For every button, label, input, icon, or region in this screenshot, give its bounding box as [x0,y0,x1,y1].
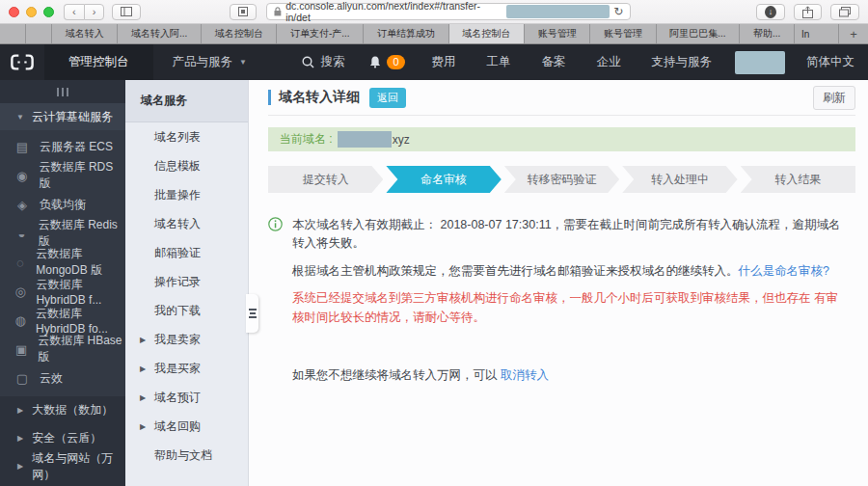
address-bar[interactable]: dc.console.aliyun.com/next/index#/transf… [266,3,631,20]
top-nav-item-1[interactable]: 工单 [472,44,527,80]
sidebar-item-7[interactable]: ▣云数据库 HBase 版 [0,335,125,364]
aliyun-logo[interactable] [0,44,44,80]
top-nav-menu: 费用工单备案企业支持与服务 [417,44,728,80]
subsidebar-item-label: 信息模板 [154,158,201,175]
screen: ‹ › dc.console.aliyun.com/next/index#/tr… [0,0,868,486]
step-2: 转移密码验证 [504,166,619,193]
console-home-link[interactable]: 管理控制台 [44,44,153,80]
sidebar-group-collapsed-0[interactable]: ▶大数据（数加） [0,396,125,424]
reload-icon[interactable]: ↻ [613,5,623,18]
deadline-notice: 本次域名转入有效期截止： 2018-08-07 17:30:11，需要在截止时间… [292,216,850,254]
browser-tab-9[interactable]: 帮助... [740,24,795,43]
top-nav-item-3[interactable]: 企业 [582,44,637,80]
browser-toolbar: ‹ › dc.console.aliyun.com/next/index#/tr… [0,0,868,24]
sidebar-item-label: 云数据库 HBase 版 [38,333,125,365]
subsidebar-item-1[interactable]: 信息模板 [125,151,248,180]
subsidebar-item-10[interactable]: ▶域名回购 [125,412,248,441]
subsidebar-item-8[interactable]: ▶我是买家 [125,354,248,383]
sidebar-item-1[interactable]: ◉云数据库 RDS 版 [0,161,125,190]
refresh-button[interactable]: 刷新 [813,86,855,110]
subsidebar-item-label: 域名转入 [154,216,201,232]
downloads-button[interactable]: ↓ [756,4,785,20]
browser-tab-stub[interactable] [0,24,26,43]
sidebar-collapse-button[interactable] [0,80,125,103]
step-1: 命名审核 [386,166,501,193]
browser-tab-8[interactable]: 阿里巴巴集... [657,24,741,43]
sidebar-item-8[interactable]: ▢云效 [0,364,125,392]
subsidebar-item-5[interactable]: 操作记录 [125,267,248,296]
url-text: dc.console.aliyun.com/next/index#/transf… [285,0,501,23]
sidebar-item-3[interactable]: ◒云数据库 Redis 版 [0,219,125,248]
main-content: 域名转入详细 返回 刷新 当前域名 : xyz 提交转入命名审核转移密码验证转入… [249,80,868,486]
products-menu[interactable]: 产品与服务 ▼ [153,44,266,80]
subsidebar-item-7[interactable]: ▶我是卖家 [125,325,248,354]
browser-tab-5[interactable]: 域名控制台 [449,24,525,43]
zoom-window-button[interactable] [43,7,54,17]
window-controls [9,7,54,17]
browser-tab-3[interactable]: 订单支付-产... [277,24,364,43]
chevron-right-icon: ▶ [140,422,146,431]
top-nav-item-0[interactable]: 费用 [417,44,472,80]
browser-tab-0[interactable]: 域名转入 [52,24,118,43]
subsidebar-item-3[interactable]: 域名转入 [125,209,248,238]
cancel-transfer-link[interactable]: 取消转入 [501,368,549,382]
share-button[interactable] [794,4,822,20]
page-header: 域名转入详细 返回 刷新 [268,80,855,116]
sidebar-item-label: 云数据库 Redis 版 [39,217,125,250]
back-button[interactable]: 返回 [369,88,406,108]
sidebar-group-collapsed-1[interactable]: ▶安全（云盾） [0,424,125,452]
sidebar-collapse-handle[interactable] [246,294,258,333]
what-is-naming-review-link[interactable]: 什么是命名审核? [739,264,829,278]
minimize-window-button[interactable] [26,7,37,17]
sidebar-toggle-button[interactable] [112,4,141,20]
subsidebar-item-label: 域名预订 [154,390,201,406]
sidebar-item-6[interactable]: ◍云数据库HybridDB fo... [0,306,125,335]
browser-tab-2[interactable]: 域名控制台 [202,24,277,43]
title-accent-bar [268,90,271,105]
cancel-notice-text: 如果您不想继续将域名转入万网，可以 [292,368,498,382]
hbase-icon: ▣ [14,342,28,357]
sidebar-group-label: 云计算基础服务 [32,109,113,125]
subsidebar-item-6[interactable]: 我的下载 [125,296,248,325]
browser-tab-stub[interactable] [26,24,52,43]
browser-tab-7[interactable]: 账号管理 [590,24,656,43]
language-selector[interactable]: 简体中文 [793,44,868,80]
forward-button[interactable]: › [84,4,105,20]
sidebar-group-collapsed-2[interactable]: ▶域名与网站（万网） [0,452,125,480]
notifications-button[interactable]: 0 [357,44,416,80]
account-name-blur[interactable] [735,51,785,74]
secondary-sidebar-items: 域名列表信息模板批量操作域名转入邮箱验证操作记录我的下载▶我是卖家▶我是买家▶域… [125,122,248,470]
subsidebar-item-4[interactable]: 邮箱验证 [125,238,248,267]
top-nav-item-4[interactable]: 支持与服务 [637,44,728,80]
search-button[interactable]: 搜索 [289,44,357,80]
mongodb-icon: ◌ [14,256,26,270]
policy-notice: 根据域名主管机构政策规定，您需要首先进行域名邮箱验证来授权域名的继续转入。什么是… [292,262,850,281]
back-button[interactable]: ‹ [64,4,84,20]
browser-tab-10[interactable]: In [795,24,839,43]
browser-tab-6[interactable]: 账号管理 [525,24,590,43]
subsidebar-item-2[interactable]: 批量操作 [125,180,248,209]
sidebar-group-cloud-basics[interactable]: ▼ 云计算基础服务 [0,103,125,130]
step-4: 转入结果 [741,166,855,193]
browser-tab-bar: 域名转入域名转入阿...域名控制台订单支付-产...订单结算成功域名控制台账号管… [0,24,868,44]
browser-tab-1[interactable]: 域名转入阿... [118,24,202,43]
subsidebar-item-label: 域名回购 [154,418,201,435]
sidebar-item-2[interactable]: ◈负载均衡 [0,190,125,219]
tab-overview-button[interactable] [830,4,859,20]
sidebar-icon [121,7,132,16]
top-nav-item-2[interactable]: 备案 [527,44,582,80]
subsidebar-item-11[interactable]: 帮助与文档 [125,441,248,470]
browser-tab-4[interactable]: 订单结算成功 [364,24,448,43]
new-tab-button[interactable]: + [839,24,868,43]
reader-view-button[interactable] [230,4,257,20]
share-icon [802,6,813,18]
close-window-button[interactable] [9,7,19,17]
sidebar-item-0[interactable]: ▤云服务器 ECS [0,132,125,161]
download-icon: ↓ [765,6,776,18]
subsidebar-item-label: 帮助与文档 [154,447,212,464]
sidebar-item-4[interactable]: ◌云数据库 MongoDB 版 [0,248,125,277]
subsidebar-item-0[interactable]: 域名列表 [125,122,248,151]
history-nav: ‹ › [64,4,104,20]
sidebar-item-5[interactable]: ◎云数据库 HybridDB f... [0,277,125,306]
subsidebar-item-9[interactable]: ▶域名预订 [125,383,248,412]
